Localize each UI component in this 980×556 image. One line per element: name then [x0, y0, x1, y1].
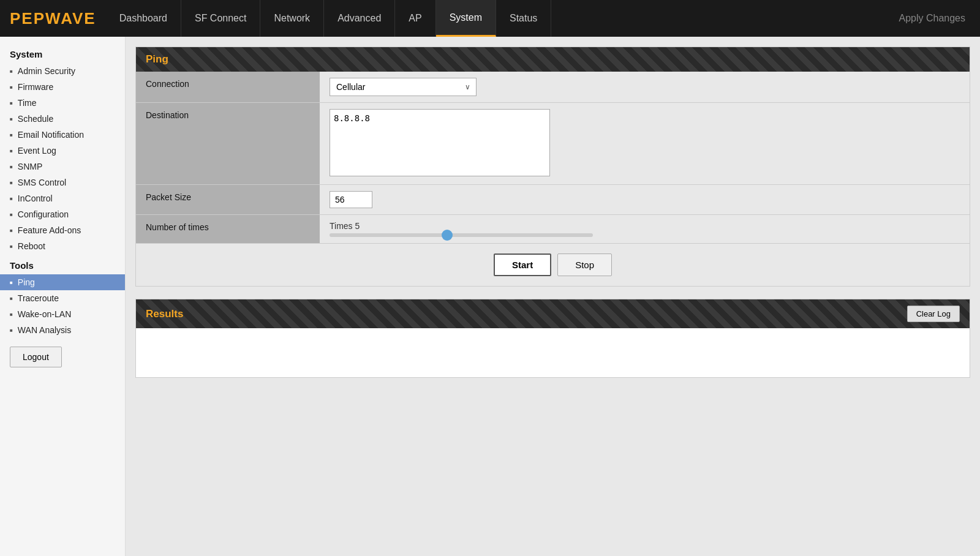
sidebar-item-wan-analysis[interactable]: WAN Analysis — [0, 322, 125, 338]
nav-status[interactable]: Status — [496, 0, 551, 37]
results-panel-header: Results Clear Log — [136, 299, 970, 328]
sidebar-item-time[interactable]: Time — [0, 95, 125, 111]
logo: PEPWAVE — [0, 0, 106, 37]
connection-value-cell: Cellular WAN LAN — [320, 72, 970, 103]
sidebar-item-sms-control[interactable]: SMS Control — [0, 175, 125, 190]
sidebar-item-incontrol[interactable]: InControl — [0, 190, 125, 206]
nav-items: Dashboard SF Connect Network Advanced AP… — [106, 0, 884, 37]
main-content: Ping Connection Cellular WAN LAN — [126, 37, 980, 556]
apply-changes-button[interactable]: Apply Changes — [884, 0, 980, 37]
connection-label: Connection — [136, 72, 320, 103]
slider-wrapper: Times 5 — [330, 221, 960, 237]
nav-dashboard[interactable]: Dashboard — [106, 0, 181, 37]
destination-input[interactable]: 8.8.8.8 — [330, 109, 550, 176]
results-panel: Results Clear Log — [135, 299, 970, 378]
sidebar-item-configuration[interactable]: Configuration — [0, 206, 125, 222]
ping-panel-title: Ping — [146, 53, 168, 66]
top-navigation: PEPWAVE Dashboard SF Connect Network Adv… — [0, 0, 980, 37]
brand-name: PEPWAVE — [10, 9, 96, 28]
sidebar-item-wake-on-lan[interactable]: Wake-on-LAN — [0, 306, 125, 322]
packet-size-label: Packet Size — [136, 185, 320, 215]
main-layout: System Admin Security Firmware Time Sche… — [0, 37, 980, 556]
sidebar-item-traceroute[interactable]: Traceroute — [0, 290, 125, 306]
ping-panel-body: Connection Cellular WAN LAN — [136, 72, 970, 286]
nav-ap[interactable]: AP — [395, 0, 435, 37]
nav-system[interactable]: System — [436, 0, 496, 37]
packet-size-value-cell — [320, 185, 970, 215]
results-body — [136, 328, 970, 377]
sidebar-item-firmware[interactable]: Firmware — [0, 79, 125, 95]
nav-network[interactable]: Network — [260, 0, 324, 37]
connection-row: Connection Cellular WAN LAN — [136, 72, 970, 103]
sidebar-item-schedule[interactable]: Schedule — [0, 111, 125, 127]
sidebar-item-admin-security[interactable]: Admin Security — [0, 63, 125, 79]
connection-select[interactable]: Cellular WAN LAN — [330, 78, 477, 96]
nav-sf-connect[interactable]: SF Connect — [181, 0, 260, 37]
ping-form-table: Connection Cellular WAN LAN — [136, 72, 970, 244]
ping-buttons: Start Stop — [136, 244, 970, 286]
packet-size-input[interactable] — [330, 191, 372, 208]
start-button[interactable]: Start — [494, 254, 551, 276]
sidebar-item-reboot[interactable]: Reboot — [0, 238, 125, 254]
ping-panel-header: Ping — [136, 47, 970, 72]
sidebar-item-feature-addons[interactable]: Feature Add-ons — [0, 222, 125, 238]
number-of-times-label: Number of times — [136, 215, 320, 244]
sidebar-item-snmp[interactable]: SNMP — [0, 159, 125, 175]
ping-panel: Ping Connection Cellular WAN LAN — [135, 47, 970, 287]
results-panel-title: Results — [146, 308, 183, 320]
destination-row: Destination 8.8.8.8 — [136, 103, 970, 185]
logout-button[interactable]: Logout — [10, 347, 62, 367]
number-of-times-row: Number of times Times 5 — [136, 215, 970, 244]
destination-value-cell: 8.8.8.8 — [320, 103, 970, 185]
sidebar-item-ping[interactable]: Ping — [0, 274, 125, 290]
sidebar-item-event-log[interactable]: Event Log — [0, 143, 125, 159]
packet-size-row: Packet Size — [136, 185, 970, 215]
times-slider[interactable] — [330, 233, 593, 237]
stop-button[interactable]: Stop — [557, 254, 612, 276]
destination-label: Destination — [136, 103, 320, 185]
clear-log-button[interactable]: Clear Log — [907, 306, 960, 322]
sidebar-item-email-notification[interactable]: Email Notification — [0, 127, 125, 143]
number-of-times-value-cell: Times 5 — [320, 215, 970, 244]
system-section-title: System — [0, 43, 125, 63]
tools-section-title: Tools — [0, 254, 125, 274]
nav-advanced[interactable]: Advanced — [324, 0, 395, 37]
sidebar: System Admin Security Firmware Time Sche… — [0, 37, 126, 556]
connection-select-wrapper: Cellular WAN LAN — [330, 78, 477, 96]
